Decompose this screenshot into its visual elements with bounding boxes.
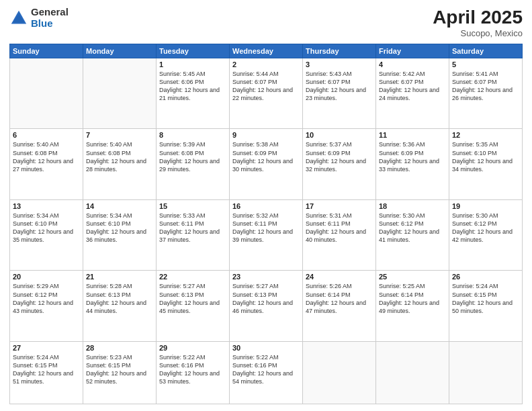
- header-row: Sunday Monday Tuesday Wednesday Thursday…: [10, 44, 523, 58]
- day-number: 21: [86, 273, 153, 281]
- calendar-cell: 21Sunrise: 5:28 AM Sunset: 6:13 PM Dayli…: [83, 271, 157, 341]
- calendar-cell: 11Sunrise: 5:36 AM Sunset: 6:09 PM Dayli…: [376, 129, 449, 199]
- cell-info: Sunrise: 5:40 AM Sunset: 6:08 PM Dayligh…: [86, 140, 153, 173]
- cell-info: Sunrise: 5:37 AM Sunset: 6:09 PM Dayligh…: [306, 140, 373, 173]
- calendar-cell: 1Sunrise: 5:45 AM Sunset: 6:06 PM Daylig…: [157, 58, 230, 129]
- day-number: 24: [306, 273, 373, 281]
- cell-info: Sunrise: 5:36 AM Sunset: 6:09 PM Dayligh…: [379, 140, 446, 173]
- cell-info: Sunrise: 5:34 AM Sunset: 6:10 PM Dayligh…: [13, 212, 80, 244]
- calendar-week-4: 20Sunrise: 5:29 AM Sunset: 6:12 PM Dayli…: [10, 271, 523, 341]
- calendar-cell: [449, 341, 523, 404]
- calendar-cell: 9Sunrise: 5:38 AM Sunset: 6:09 PM Daylig…: [230, 129, 303, 199]
- col-thursday: Thursday: [303, 44, 376, 58]
- day-number: 13: [13, 202, 80, 210]
- cell-info: Sunrise: 5:25 AM Sunset: 6:14 PM Dayligh…: [379, 282, 446, 315]
- day-number: 16: [232, 202, 300, 210]
- cell-info: Sunrise: 5:22 AM Sunset: 6:16 PM Dayligh…: [232, 353, 300, 386]
- cell-info: Sunrise: 5:27 AM Sunset: 6:13 PM Dayligh…: [232, 282, 300, 315]
- calendar-week-5: 27Sunrise: 5:24 AM Sunset: 6:15 PM Dayli…: [10, 341, 523, 404]
- calendar-cell: 5Sunrise: 5:41 AM Sunset: 6:07 PM Daylig…: [449, 58, 523, 129]
- calendar-cell: [83, 58, 157, 129]
- cell-info: Sunrise: 5:45 AM Sunset: 6:06 PM Dayligh…: [159, 70, 226, 103]
- day-number: 9: [232, 131, 300, 139]
- page: General Blue April 2025 Sucopo, Mexico S…: [0, 0, 532, 411]
- logo-text: General Blue: [31, 7, 69, 29]
- calendar-cell: 26Sunrise: 5:24 AM Sunset: 6:15 PM Dayli…: [449, 271, 523, 341]
- calendar-cell: 14Sunrise: 5:34 AM Sunset: 6:10 PM Dayli…: [83, 199, 157, 270]
- cell-info: Sunrise: 5:42 AM Sunset: 6:07 PM Dayligh…: [379, 70, 446, 103]
- calendar-cell: 3Sunrise: 5:43 AM Sunset: 6:07 PM Daylig…: [303, 58, 376, 129]
- logo-icon: [9, 9, 28, 28]
- calendar-cell: [303, 341, 376, 404]
- day-number: 26: [452, 273, 519, 281]
- day-number: 22: [159, 273, 226, 281]
- calendar-cell: 27Sunrise: 5:24 AM Sunset: 6:15 PM Dayli…: [10, 341, 83, 404]
- calendar-week-3: 13Sunrise: 5:34 AM Sunset: 6:10 PM Dayli…: [10, 199, 523, 270]
- calendar-cell: 6Sunrise: 5:40 AM Sunset: 6:08 PM Daylig…: [10, 129, 83, 199]
- day-number: 25: [379, 273, 446, 281]
- day-number: 18: [379, 202, 446, 210]
- cell-info: Sunrise: 5:30 AM Sunset: 6:12 PM Dayligh…: [379, 212, 446, 244]
- title-month: April 2025: [433, 7, 523, 28]
- day-number: 15: [159, 202, 226, 210]
- calendar-cell: 30Sunrise: 5:22 AM Sunset: 6:16 PM Dayli…: [230, 341, 303, 404]
- cell-info: Sunrise: 5:30 AM Sunset: 6:12 PM Dayligh…: [452, 212, 519, 244]
- calendar-cell: 4Sunrise: 5:42 AM Sunset: 6:07 PM Daylig…: [376, 58, 449, 129]
- day-number: 11: [379, 131, 446, 139]
- day-number: 1: [159, 60, 226, 68]
- day-number: 30: [232, 344, 300, 352]
- calendar-cell: 22Sunrise: 5:27 AM Sunset: 6:13 PM Dayli…: [157, 271, 230, 341]
- col-wednesday: Wednesday: [230, 44, 303, 58]
- cell-info: Sunrise: 5:38 AM Sunset: 6:09 PM Dayligh…: [232, 140, 300, 173]
- day-number: 12: [452, 131, 519, 139]
- col-monday: Monday: [83, 44, 157, 58]
- title-block: April 2025 Sucopo, Mexico: [433, 7, 523, 38]
- day-number: 4: [379, 60, 446, 68]
- col-tuesday: Tuesday: [157, 44, 230, 58]
- col-saturday: Saturday: [449, 44, 523, 58]
- logo-blue-text: Blue: [31, 18, 69, 30]
- cell-info: Sunrise: 5:40 AM Sunset: 6:08 PM Dayligh…: [13, 140, 80, 173]
- calendar-table: Sunday Monday Tuesday Wednesday Thursday…: [9, 44, 523, 404]
- calendar-cell: [376, 341, 449, 404]
- calendar-cell: 24Sunrise: 5:26 AM Sunset: 6:14 PM Dayli…: [303, 271, 376, 341]
- calendar-week-1: 1Sunrise: 5:45 AM Sunset: 6:06 PM Daylig…: [10, 58, 523, 129]
- cell-info: Sunrise: 5:31 AM Sunset: 6:11 PM Dayligh…: [306, 212, 373, 244]
- cell-info: Sunrise: 5:23 AM Sunset: 6:15 PM Dayligh…: [86, 353, 153, 386]
- day-number: 23: [232, 273, 300, 281]
- cell-info: Sunrise: 5:29 AM Sunset: 6:12 PM Dayligh…: [13, 282, 80, 315]
- cell-info: Sunrise: 5:26 AM Sunset: 6:14 PM Dayligh…: [306, 282, 373, 315]
- day-number: 19: [452, 202, 519, 210]
- calendar-cell: 16Sunrise: 5:32 AM Sunset: 6:11 PM Dayli…: [230, 199, 303, 270]
- cell-info: Sunrise: 5:41 AM Sunset: 6:07 PM Dayligh…: [452, 70, 519, 103]
- calendar-cell: 10Sunrise: 5:37 AM Sunset: 6:09 PM Dayli…: [303, 129, 376, 199]
- calendar-cell: 17Sunrise: 5:31 AM Sunset: 6:11 PM Dayli…: [303, 199, 376, 270]
- calendar-cell: 2Sunrise: 5:44 AM Sunset: 6:07 PM Daylig…: [230, 58, 303, 129]
- cell-info: Sunrise: 5:22 AM Sunset: 6:16 PM Dayligh…: [159, 353, 226, 386]
- day-number: 10: [306, 131, 373, 139]
- calendar-cell: 8Sunrise: 5:39 AM Sunset: 6:08 PM Daylig…: [157, 129, 230, 199]
- cell-info: Sunrise: 5:28 AM Sunset: 6:13 PM Dayligh…: [86, 282, 153, 315]
- day-number: 3: [306, 60, 373, 68]
- calendar-cell: 12Sunrise: 5:35 AM Sunset: 6:10 PM Dayli…: [449, 129, 523, 199]
- title-location: Sucopo, Mexico: [433, 28, 523, 38]
- cell-info: Sunrise: 5:39 AM Sunset: 6:08 PM Dayligh…: [159, 140, 226, 173]
- cell-info: Sunrise: 5:34 AM Sunset: 6:10 PM Dayligh…: [86, 212, 153, 244]
- cell-info: Sunrise: 5:24 AM Sunset: 6:15 PM Dayligh…: [452, 282, 519, 315]
- calendar-cell: 7Sunrise: 5:40 AM Sunset: 6:08 PM Daylig…: [83, 129, 157, 199]
- day-number: 2: [232, 60, 300, 68]
- calendar-cell: 18Sunrise: 5:30 AM Sunset: 6:12 PM Dayli…: [376, 199, 449, 270]
- calendar-cell: 25Sunrise: 5:25 AM Sunset: 6:14 PM Dayli…: [376, 271, 449, 341]
- calendar-cell: 28Sunrise: 5:23 AM Sunset: 6:15 PM Dayli…: [83, 341, 157, 404]
- calendar-cell: 23Sunrise: 5:27 AM Sunset: 6:13 PM Dayli…: [230, 271, 303, 341]
- cell-info: Sunrise: 5:44 AM Sunset: 6:07 PM Dayligh…: [232, 70, 300, 103]
- cell-info: Sunrise: 5:35 AM Sunset: 6:10 PM Dayligh…: [452, 140, 519, 173]
- col-sunday: Sunday: [10, 44, 83, 58]
- day-number: 5: [452, 60, 519, 68]
- logo-general-text: General: [31, 7, 69, 18]
- day-number: 6: [13, 131, 80, 139]
- logo: General Blue: [9, 7, 69, 29]
- day-number: 7: [86, 131, 153, 139]
- day-number: 8: [159, 131, 226, 139]
- day-number: 20: [13, 273, 80, 281]
